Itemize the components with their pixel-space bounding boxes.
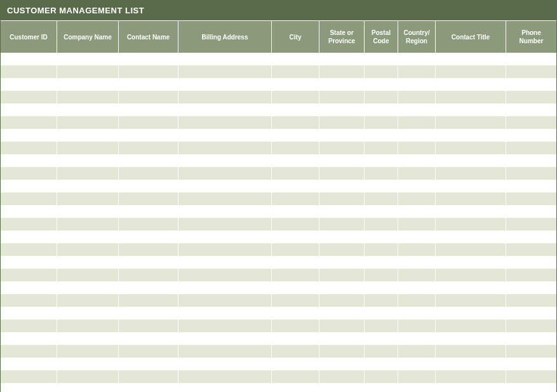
table-cell[interactable] xyxy=(365,269,398,281)
table-cell[interactable] xyxy=(1,91,57,104)
table-row[interactable] xyxy=(1,320,556,332)
table-cell[interactable] xyxy=(436,231,506,243)
table-cell[interactable] xyxy=(365,116,398,129)
table-cell[interactable] xyxy=(1,256,57,269)
table-cell[interactable] xyxy=(178,218,272,231)
table-cell[interactable] xyxy=(436,167,506,180)
table-row[interactable] xyxy=(1,243,556,256)
table-row[interactable] xyxy=(1,256,556,269)
table-cell[interactable] xyxy=(272,243,319,256)
column-header-postal-code[interactable]: Postal Code xyxy=(365,21,398,53)
table-cell[interactable] xyxy=(57,231,119,243)
table-cell[interactable] xyxy=(398,167,436,180)
table-cell[interactable] xyxy=(398,370,436,383)
table-cell[interactable] xyxy=(119,383,178,392)
table-row[interactable] xyxy=(1,104,556,116)
table-cell[interactable] xyxy=(178,269,272,281)
table-cell[interactable] xyxy=(398,307,436,320)
table-cell[interactable] xyxy=(436,269,506,281)
table-cell[interactable] xyxy=(319,370,365,383)
table-cell[interactable] xyxy=(506,358,556,370)
table-cell[interactable] xyxy=(319,167,365,180)
table-cell[interactable] xyxy=(365,243,398,256)
table-cell[interactable] xyxy=(57,180,119,193)
table-cell[interactable] xyxy=(178,142,272,154)
table-cell[interactable] xyxy=(272,180,319,193)
table-cell[interactable] xyxy=(119,256,178,269)
table-cell[interactable] xyxy=(365,78,398,91)
table-cell[interactable] xyxy=(506,320,556,332)
table-cell[interactable] xyxy=(272,167,319,180)
table-cell[interactable] xyxy=(365,167,398,180)
table-cell[interactable] xyxy=(319,332,365,345)
table-cell[interactable] xyxy=(365,281,398,294)
table-cell[interactable] xyxy=(1,154,57,167)
table-cell[interactable] xyxy=(1,294,57,307)
table-cell[interactable] xyxy=(319,307,365,320)
table-cell[interactable] xyxy=(1,104,57,116)
table-cell[interactable] xyxy=(272,294,319,307)
table-cell[interactable] xyxy=(1,243,57,256)
table-cell[interactable] xyxy=(365,142,398,154)
table-cell[interactable] xyxy=(436,294,506,307)
table-cell[interactable] xyxy=(119,142,178,154)
table-cell[interactable] xyxy=(1,142,57,154)
table-cell[interactable] xyxy=(319,345,365,358)
table-cell[interactable] xyxy=(365,53,398,65)
table-cell[interactable] xyxy=(57,332,119,345)
table-cell[interactable] xyxy=(178,104,272,116)
table-cell[interactable] xyxy=(119,320,178,332)
table-cell[interactable] xyxy=(1,218,57,231)
table-cell[interactable] xyxy=(178,332,272,345)
table-cell[interactable] xyxy=(319,294,365,307)
table-cell[interactable] xyxy=(272,129,319,142)
table-cell[interactable] xyxy=(398,383,436,392)
table-cell[interactable] xyxy=(319,180,365,193)
table-cell[interactable] xyxy=(1,65,57,78)
table-cell[interactable] xyxy=(506,205,556,218)
table-cell[interactable] xyxy=(119,307,178,320)
table-cell[interactable] xyxy=(436,104,506,116)
table-cell[interactable] xyxy=(119,370,178,383)
table-cell[interactable] xyxy=(319,320,365,332)
table-cell[interactable] xyxy=(57,256,119,269)
table-cell[interactable] xyxy=(119,281,178,294)
table-cell[interactable] xyxy=(319,383,365,392)
table-cell[interactable] xyxy=(506,269,556,281)
table-cell[interactable] xyxy=(436,243,506,256)
table-cell[interactable] xyxy=(119,243,178,256)
table-row[interactable] xyxy=(1,78,556,91)
table-cell[interactable] xyxy=(506,154,556,167)
table-cell[interactable] xyxy=(436,281,506,294)
table-cell[interactable] xyxy=(506,243,556,256)
table-cell[interactable] xyxy=(57,307,119,320)
table-cell[interactable] xyxy=(57,65,119,78)
table-cell[interactable] xyxy=(319,205,365,218)
table-row[interactable] xyxy=(1,281,556,294)
table-cell[interactable] xyxy=(398,116,436,129)
table-cell[interactable] xyxy=(436,383,506,392)
table-cell[interactable] xyxy=(272,281,319,294)
table-cell[interactable] xyxy=(272,91,319,104)
table-cell[interactable] xyxy=(365,256,398,269)
table-cell[interactable] xyxy=(398,218,436,231)
table-cell[interactable] xyxy=(365,294,398,307)
table-cell[interactable] xyxy=(178,78,272,91)
column-header-state-province[interactable]: State or Province xyxy=(319,21,365,53)
table-cell[interactable] xyxy=(119,193,178,205)
table-cell[interactable] xyxy=(57,243,119,256)
table-cell[interactable] xyxy=(119,180,178,193)
table-cell[interactable] xyxy=(1,383,57,392)
table-row[interactable] xyxy=(1,218,556,231)
table-cell[interactable] xyxy=(57,193,119,205)
table-cell[interactable] xyxy=(119,167,178,180)
table-cell[interactable] xyxy=(1,320,57,332)
table-cell[interactable] xyxy=(506,218,556,231)
table-cell[interactable] xyxy=(57,345,119,358)
table-cell[interactable] xyxy=(119,269,178,281)
table-cell[interactable] xyxy=(178,370,272,383)
table-cell[interactable] xyxy=(506,370,556,383)
table-cell[interactable] xyxy=(319,269,365,281)
table-cell[interactable] xyxy=(436,358,506,370)
table-cell[interactable] xyxy=(365,129,398,142)
